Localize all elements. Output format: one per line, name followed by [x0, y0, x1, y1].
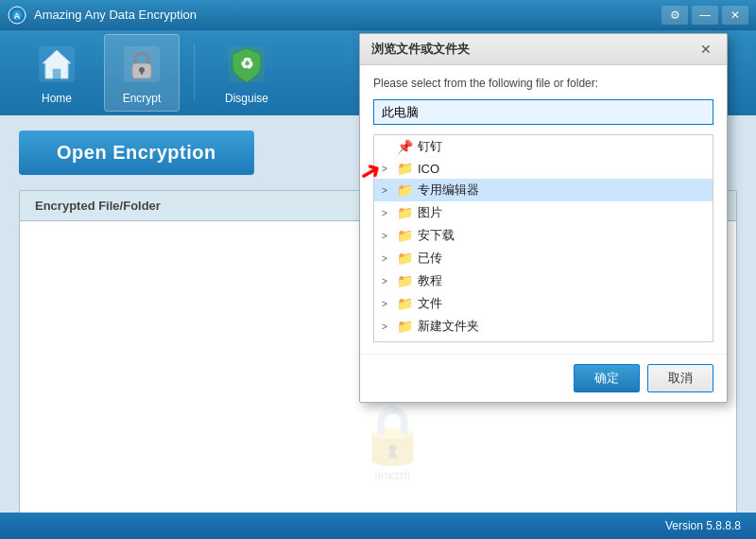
dialog-body: Please select from the following file or… [360, 65, 727, 354]
tree-item[interactable]: >📁ICO [374, 158, 713, 179]
tree-item-label: ICO [418, 162, 439, 176]
dialog-overlay: ➜ 浏览文件或文件夹 ✕ Please select from the foll… [0, 0, 756, 539]
tree-item-label: 钉钉 [418, 138, 442, 155]
tree-item[interactable]: >📁教程 [374, 270, 713, 292]
dialog-path-input[interactable] [373, 99, 713, 125]
tree-folder-icon: 📁 [397, 296, 413, 311]
tree-item[interactable]: >📁安下载 [374, 224, 713, 247]
dialog-close-button[interactable]: ✕ [696, 40, 715, 59]
tree-folder-icon: 📁 [397, 228, 413, 243]
dialog-titlebar: 浏览文件或文件夹 ✕ [360, 34, 727, 65]
tree-item-label: 文件 [418, 295, 442, 312]
browse-dialog: 浏览文件或文件夹 ✕ Please select from the follow… [359, 33, 728, 403]
tree-item-label: 新建文件夹 [418, 318, 479, 335]
tree-folder-icon: 📁 [397, 251, 413, 266]
tree-folder-icon: 📁 [397, 205, 413, 220]
tree-item[interactable]: >📁专用编辑器 [374, 179, 713, 201]
tree-folder-icon: 📁 [397, 161, 413, 176]
tree-item[interactable]: >📁已传 [374, 247, 713, 270]
tree-item-label: 已传 [418, 250, 442, 267]
tree-item[interactable]: >📁文件 [374, 292, 713, 315]
dialog-title: 浏览文件或文件夹 [371, 41, 470, 58]
tree-expand-arrow[interactable]: > [382, 276, 395, 287]
tree-expand-arrow[interactable]: > [382, 185, 395, 196]
dialog-footer: 确定 取消 [360, 354, 727, 402]
tree-item-label: 未传 [418, 340, 442, 342]
tree-item[interactable]: >📁图片 [374, 201, 713, 224]
tree-expand-arrow[interactable]: > [382, 253, 395, 264]
tree-item[interactable]: >📁新建文件夹 [374, 315, 713, 338]
tree-item[interactable]: 📌钉钉 [374, 135, 713, 158]
tree-expand-arrow[interactable]: > [382, 322, 395, 332]
tree-folder-icon: 📁 [397, 183, 413, 198]
dialog-instruction: Please select from the following file or… [373, 77, 713, 90]
tree-folder-icon: 📁 [397, 273, 413, 288]
confirm-button[interactable]: 确定 [574, 364, 640, 392]
tree-item[interactable]: >📁未传 [374, 338, 713, 342]
tree-folder-icon: 📁 [397, 341, 413, 342]
tree-item-label: 图片 [418, 204, 442, 221]
tree-expand-arrow[interactable]: > [382, 299, 395, 309]
tree-expand-arrow[interactable]: > [382, 164, 395, 174]
cancel-button[interactable]: 取消 [647, 364, 713, 392]
file-tree[interactable]: 📌钉钉>📁ICO>📁专用编辑器>📁图片>📁安下载>📁已传>📁教程>📁文件>📁新建… [373, 134, 713, 342]
tree-expand-arrow[interactable]: > [382, 208, 395, 218]
tree-folder-icon: 📁 [397, 319, 413, 334]
tree-item-label: 安下载 [418, 227, 455, 244]
tree-expand-arrow[interactable]: > [382, 231, 395, 241]
tree-folder-icon: 📌 [397, 139, 413, 154]
tree-item-label: 专用编辑器 [418, 182, 479, 199]
tree-item-label: 教程 [418, 272, 442, 289]
